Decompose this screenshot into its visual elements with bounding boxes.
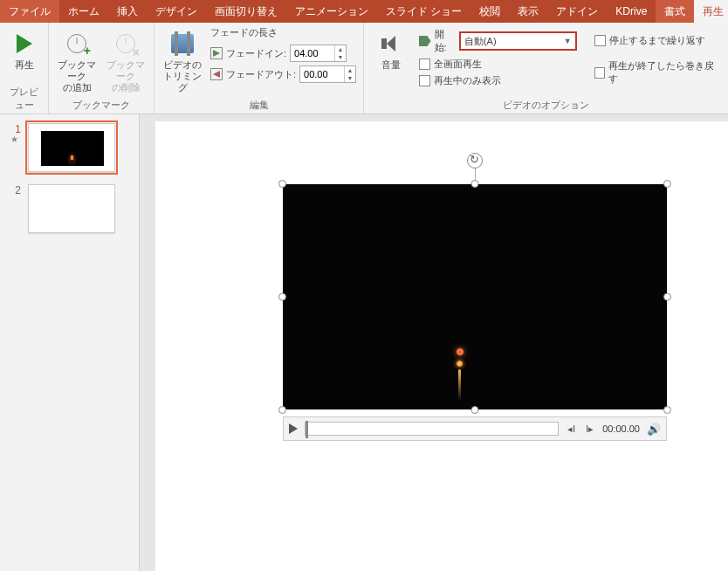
tab-format[interactable]: 書式 bbox=[656, 0, 694, 23]
handle-tm[interactable] bbox=[471, 180, 479, 188]
main-area: 1 ★ 2 bbox=[0, 114, 728, 571]
tab-file[interactable]: ファイル bbox=[0, 0, 59, 23]
video-object[interactable] bbox=[283, 184, 667, 409]
fadein-down[interactable]: ▼ bbox=[335, 53, 346, 61]
slide-thumbnails: 1 ★ 2 bbox=[0, 114, 140, 571]
handle-ml[interactable] bbox=[278, 293, 286, 301]
tab-animation[interactable]: アニメーション bbox=[286, 0, 377, 23]
fadein-input[interactable] bbox=[291, 48, 334, 58]
chevron-down-icon: ▼ bbox=[564, 37, 572, 45]
thumb-2-number: 2 bbox=[10, 184, 21, 196]
fadein-up[interactable]: ▲ bbox=[335, 45, 346, 53]
hide-not-playing-label: 再生中のみ表示 bbox=[434, 74, 501, 87]
handle-bm[interactable] bbox=[471, 406, 479, 414]
tab-transition[interactable]: 画面切り替え bbox=[206, 0, 286, 23]
fullscreen-label: 全画面再生 bbox=[434, 58, 482, 71]
thumb-1-number: 1 bbox=[10, 123, 21, 135]
player-volume-icon[interactable]: 🔊 bbox=[647, 423, 661, 436]
rewind-checkbox[interactable] bbox=[594, 67, 606, 79]
thumb-2-preview[interactable] bbox=[28, 184, 115, 233]
tab-bar: ファイル ホーム 挿入 デザイン 画面切り替え アニメーション スライド ショー… bbox=[0, 0, 728, 23]
thumb-1-anim-icon: ★ bbox=[10, 135, 21, 144]
start-label: 開始: bbox=[435, 28, 456, 54]
group-video-options: 音量 開始: 自動(A) ▼ 全画面再生 再生中のみ表示 bbox=[364, 23, 728, 114]
play-label: 再生 bbox=[15, 59, 34, 71]
tab-view[interactable]: 表示 bbox=[509, 0, 547, 23]
fadeout-label: フェードアウト: bbox=[226, 68, 296, 81]
video-content bbox=[454, 348, 464, 401]
player-next-frame[interactable]: Ⅰ▸ bbox=[584, 423, 595, 435]
thumb-1-preview[interactable] bbox=[28, 123, 115, 172]
thumb-1-video bbox=[41, 131, 104, 166]
volume-icon bbox=[380, 34, 402, 53]
handle-mr[interactable] bbox=[663, 293, 671, 301]
bookmark-remove-icon bbox=[116, 34, 135, 53]
fadeout-down[interactable]: ▼ bbox=[345, 74, 355, 82]
loop-checkbox[interactable] bbox=[594, 35, 606, 46]
tab-insert[interactable]: 挿入 bbox=[108, 0, 147, 23]
group-bookmark: ブックマーク の追加 ブックマーク の削除 ブックマーク bbox=[49, 23, 155, 114]
tab-slideshow[interactable]: スライド ショー bbox=[377, 0, 470, 23]
handle-tl[interactable] bbox=[278, 180, 286, 188]
group-options-label: ビデオのオプション bbox=[371, 97, 721, 112]
group-edit-label: 編集 bbox=[161, 97, 356, 112]
trim-video-button[interactable]: ビデオの トリミング bbox=[161, 26, 203, 94]
loop-label: 停止するまで繰り返す bbox=[609, 34, 705, 47]
thumbnail-1[interactable]: 1 ★ bbox=[10, 123, 128, 172]
fade-controls: フェードの長さ フェードイン: ▲▼ フェードアウト: ▲▼ bbox=[210, 26, 356, 83]
start-options-col: 開始: 自動(A) ▼ 全画面再生 再生中のみ表示 bbox=[419, 26, 577, 87]
slide-canvas: ◂Ⅰ Ⅰ▸ 00:00.00 🔊 bbox=[140, 114, 728, 571]
fade-title: フェードの長さ bbox=[210, 26, 356, 39]
player-time: 00:00.00 bbox=[602, 423, 640, 434]
tab-review[interactable]: 校閲 bbox=[470, 0, 509, 23]
fadein-spinner[interactable]: ▲▼ bbox=[290, 45, 347, 62]
trim-icon bbox=[171, 34, 194, 53]
trim-label: ビデオの トリミング bbox=[161, 59, 203, 94]
play-icon bbox=[17, 34, 32, 53]
tab-home[interactable]: ホーム bbox=[59, 0, 108, 23]
volume-button[interactable]: 音量 bbox=[371, 26, 412, 71]
fadein-icon bbox=[210, 47, 223, 59]
loop-options-col: 停止するまで繰り返す 再生が終了したら巻き戻す bbox=[594, 26, 721, 86]
hide-not-playing-checkbox[interactable] bbox=[419, 75, 430, 86]
start-icon bbox=[419, 36, 431, 46]
start-dropdown[interactable]: 自動(A) ▼ bbox=[459, 31, 577, 51]
player-track[interactable] bbox=[305, 422, 559, 436]
group-edit: ビデオの トリミング フェードの長さ フェードイン: ▲▼ フェードアウト: bbox=[155, 23, 364, 114]
player-play-button[interactable] bbox=[289, 423, 298, 434]
rotate-handle[interactable] bbox=[467, 153, 483, 169]
add-bookmark-button[interactable]: ブックマーク の追加 bbox=[56, 26, 98, 94]
rewind-label: 再生が終了したら巻き戻す bbox=[608, 59, 721, 86]
fadeout-up[interactable]: ▲ bbox=[345, 66, 355, 74]
fadeout-spinner[interactable]: ▲▼ bbox=[299, 65, 356, 83]
fadein-label: フェードイン: bbox=[226, 47, 286, 60]
fullscreen-checkbox[interactable] bbox=[419, 58, 430, 70]
player-prev-frame[interactable]: ◂Ⅰ bbox=[566, 423, 577, 435]
group-bookmark-label: ブックマーク bbox=[56, 97, 147, 112]
remove-bookmark-label: ブックマーク の削除 bbox=[105, 59, 147, 94]
video-player-bar: ◂Ⅰ Ⅰ▸ 00:00.00 🔊 bbox=[283, 416, 667, 441]
tab-design[interactable]: デザイン bbox=[147, 0, 206, 23]
remove-bookmark-button: ブックマーク の削除 bbox=[105, 26, 147, 94]
tab-kdrive[interactable]: KDrive bbox=[607, 0, 656, 23]
group-preview: 再生 プレビュー bbox=[0, 23, 49, 114]
handle-br[interactable] bbox=[663, 406, 671, 414]
handle-tr[interactable] bbox=[663, 180, 671, 188]
bookmark-add-icon bbox=[67, 34, 86, 53]
fadeout-input[interactable] bbox=[300, 69, 344, 79]
play-button[interactable]: 再生 bbox=[7, 26, 41, 71]
thumbnail-2[interactable]: 2 bbox=[10, 184, 128, 233]
slide[interactable]: ◂Ⅰ Ⅰ▸ 00:00.00 🔊 bbox=[155, 121, 728, 571]
handle-bl[interactable] bbox=[278, 406, 286, 414]
tab-addin[interactable]: アドイン bbox=[547, 0, 607, 23]
add-bookmark-label: ブックマーク の追加 bbox=[56, 59, 98, 94]
tab-playback[interactable]: 再生 bbox=[694, 0, 728, 23]
group-preview-label: プレビュー bbox=[7, 84, 41, 112]
volume-label: 音量 bbox=[381, 59, 401, 71]
ribbon: 再生 プレビュー ブックマーク の追加 ブックマーク の削除 ブックマーク ビデ… bbox=[0, 23, 728, 114]
start-value: 自動(A) bbox=[464, 35, 497, 48]
fadeout-icon bbox=[210, 68, 223, 80]
